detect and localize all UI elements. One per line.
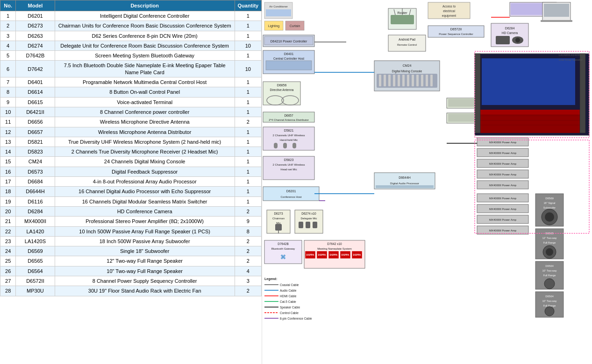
cell-quantity: 1 [235, 51, 261, 61]
svg-text:MX4000II Power Amp: MX4000II Power Amp [489, 162, 517, 165]
cell-quantity: 8 [235, 226, 261, 236]
cell-description: 10" Two-way Full Range Speaker [55, 266, 235, 276]
svg-text:D6569: D6569 [545, 197, 554, 200]
svg-text:8-pin Conference Cable: 8-pin Conference Cable [280, 317, 312, 321]
svg-rect-27 [274, 143, 278, 148]
table-section: No. Model Description Quantity 1D6201Int… [0, 0, 262, 364]
svg-text:D7642B: D7642B [278, 242, 289, 245]
cell-no: 26 [0, 266, 16, 276]
cell-no: 17 [0, 177, 16, 187]
cell-no: 6 [0, 61, 16, 77]
cell-no: 22 [0, 226, 16, 236]
cell-quantity: 1 [235, 11, 261, 21]
cell-quantity: 2 [235, 256, 261, 266]
svg-text:D6856: D6856 [277, 84, 287, 87]
svg-text:18" Signal: 18" Signal [544, 202, 556, 204]
main-container: No. Model Description Quantity 1D6201Int… [0, 0, 592, 364]
svg-text:Cat-5 Cable: Cat-5 Cable [280, 300, 296, 303]
svg-text:Power Sequence Controller: Power Sequence Controller [439, 33, 473, 35]
cell-no: 2 [0, 21, 16, 31]
cell-no: 24 [0, 246, 16, 256]
cell-quantity: 1 [235, 127, 261, 137]
cell-description: 30U 19" Floor Stand Audio Rack with Elec… [55, 286, 235, 296]
svg-text:LA1420/LA1420S: LA1420/LA1420S [559, 54, 581, 56]
table-row: 15CM2424 Channels Digital Mixing Console… [0, 157, 262, 167]
cell-no: 13 [0, 137, 16, 147]
table-row: 17D66844-in 8-out Professional Array Aud… [0, 177, 262, 187]
cell-description: 18 Inch 500W Passive Array Subwoofer [55, 236, 235, 246]
svg-rect-97 [430, 75, 433, 86]
cell-model: MP30U [16, 286, 55, 296]
svg-rect-107 [376, 185, 434, 188]
cell-quantity: 2 [235, 117, 261, 127]
table-row: 26D656410" Two-way Full Range Speaker4 [0, 266, 262, 276]
cell-model: D5821 [16, 137, 55, 147]
svg-rect-29 [292, 143, 296, 148]
svg-rect-88 [388, 75, 391, 86]
cell-description: True Diversity UHF Wireless Microphone S… [55, 137, 235, 147]
svg-rect-123 [482, 58, 575, 105]
table-row: 20D6284HD Conference Camera2 [0, 206, 262, 216]
cell-model: MX4000II [16, 217, 55, 226]
cell-description: Chairman Units for Conference Room Basic… [55, 21, 235, 31]
svg-text:Head-set Mic: Head-set Mic [280, 168, 297, 171]
cell-model: D6656 [16, 117, 55, 127]
svg-text:Delegate Mic: Delegate Mic [300, 217, 317, 220]
svg-text:Conference Host: Conference Host [280, 196, 301, 198]
svg-text:D7642 x10: D7642 x10 [327, 242, 342, 245]
table-row: 1D6201Intelligent Digital Conference Con… [0, 11, 262, 21]
cell-no: 21 [0, 217, 16, 226]
svg-text:equipment: equipment [442, 14, 456, 18]
cell-description: 4-in 8-out Professional Array Audio Proc… [55, 177, 235, 187]
cell-description: D62 Series Conference 8-pin DCN Wire (20… [55, 31, 235, 41]
svg-text:CM24: CM24 [403, 64, 412, 67]
cell-quantity: 1 [235, 196, 261, 206]
table-row: 24D6569Single 18" Subwoofer2 [0, 246, 262, 256]
col-header-quantity: Quantity [235, 0, 261, 11]
svg-text:10" Two-way: 10" Two-way [542, 300, 556, 302]
svg-text:DSPPA: DSPPA [353, 253, 361, 256]
table-row: 8D66148 Button On-wall Control Panel1 [0, 87, 262, 97]
cell-quantity: 2 [235, 206, 261, 216]
svg-rect-14 [266, 61, 312, 70]
svg-rect-92 [407, 75, 409, 86]
svg-text:HDMI Cable: HDMI Cable [280, 294, 297, 298]
svg-text:Speaker Cable: Speaker Cable [280, 306, 300, 309]
table-row: 11D6656Wireless Microphone Directive Ant… [0, 117, 262, 127]
svg-rect-91 [402, 75, 405, 86]
cell-model: D6573 [16, 167, 55, 176]
product-table: No. Model Description Quantity 1D6201Int… [0, 0, 262, 296]
cell-description: 10 Inch 500W Passive Array Full Range Sp… [55, 226, 235, 236]
svg-text:DSPPA: DSPPA [307, 253, 314, 256]
svg-text:Audio Cable: Audio Cable [280, 289, 297, 292]
cell-no: 23 [0, 236, 16, 246]
svg-text:Lighting: Lighting [268, 24, 280, 28]
svg-text:Curtain: Curtain [290, 24, 300, 28]
table-row: 22LA142010 Inch 500W Passive Array Full … [0, 226, 262, 236]
svg-text:Digital Audio Processor: Digital Audio Processor [390, 182, 419, 185]
cell-quantity: 1 [235, 87, 261, 97]
svg-text:Control Cable: Control Cable [280, 311, 299, 315]
svg-rect-120 [544, 4, 569, 17]
svg-rect-41 [275, 224, 282, 231]
svg-rect-89 [393, 75, 395, 86]
table-row: 14D58232 Channels True Diversity Microph… [0, 147, 262, 157]
svg-text:MX4000II Power Amp: MX4000II Power Amp [489, 208, 517, 210]
svg-text:Remote Control: Remote Control [397, 43, 417, 46]
cell-quantity: 1 [235, 31, 261, 41]
cell-no: 28 [0, 286, 16, 296]
svg-text:Android Pad: Android Pad [399, 38, 415, 41]
svg-text:2 Channels UHF Wireless: 2 Channels UHF Wireless [272, 163, 305, 166]
cell-quantity: 9 [235, 217, 261, 226]
svg-text:MX4000II Power Amp: MX4000II Power Amp [489, 218, 517, 221]
svg-rect-86 [379, 75, 381, 86]
cell-model: D6274 [16, 41, 55, 50]
table-row: 27D6572II8 Channel Power Supply Sequency… [0, 276, 262, 286]
cell-model: D6263 [16, 31, 55, 41]
cell-no: 12 [0, 127, 16, 137]
svg-point-144 [545, 212, 554, 222]
svg-text:D6201: D6201 [286, 189, 296, 193]
cell-quantity: 1 [235, 177, 261, 187]
cell-description: 7.5 Inch Bluetooth Double Side Nameplate… [55, 61, 235, 77]
table-row: 5D7642BScreen Meeting System Bluetooth G… [0, 51, 262, 61]
